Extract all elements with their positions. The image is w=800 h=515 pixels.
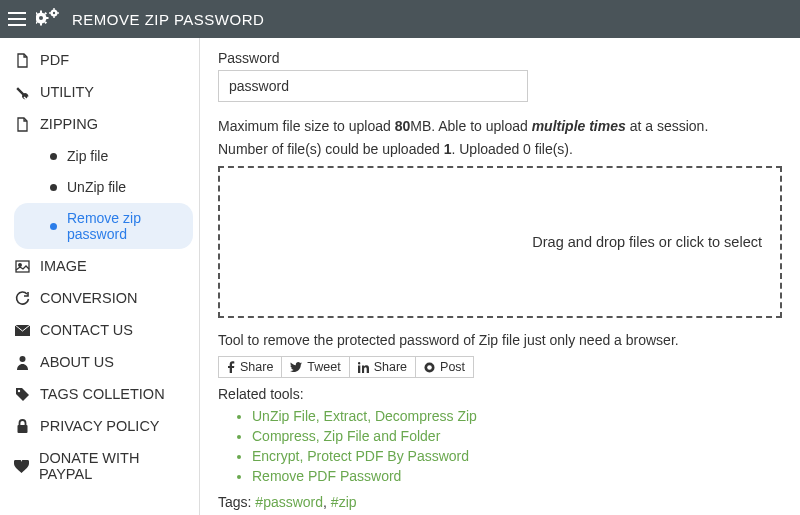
sidebar-item-label: CONVERSION (40, 290, 138, 306)
tag-link[interactable]: #password (255, 494, 323, 510)
user-icon (14, 355, 30, 370)
sidebar-subitems-zipping: Zip file UnZip file Remove zip password (0, 141, 199, 249)
linkedin-icon (358, 362, 369, 373)
svg-rect-4 (36, 17, 37, 19)
image-icon (14, 260, 30, 273)
svg-rect-21 (17, 425, 27, 433)
sidebar-subitem-zip-file[interactable]: Zip file (14, 141, 193, 171)
related-tools-list: UnZip File, Extract, Decompress Zip Comp… (218, 406, 782, 486)
bullet-icon (50, 184, 57, 191)
sidebar-item-privacy-policy[interactable]: PRIVACY POLICY (0, 410, 199, 442)
twitter-icon (290, 362, 302, 372)
circle-icon (424, 362, 435, 373)
svg-rect-2 (40, 11, 42, 14)
bullet-icon (50, 153, 57, 160)
sidebar-item-label: PRIVACY POLICY (40, 418, 160, 434)
sidebar: PDF UTILITY ZIPPING Zip file UnZip file (0, 38, 200, 515)
linkedin-share-button[interactable]: Share (350, 356, 416, 378)
sidebar-item-label: IMAGE (40, 258, 87, 274)
sidebar-item-label: PDF (40, 52, 69, 68)
tool-description: Tool to remove the protected password of… (218, 332, 782, 348)
sidebar-subitem-label: UnZip file (67, 179, 126, 195)
upload-count-info: Number of file(s) could be uploaded 1. U… (218, 139, 782, 160)
svg-point-23 (358, 362, 360, 364)
svg-point-11 (53, 12, 55, 14)
sidebar-item-tags-colletion[interactable]: TAGS COLLETION (0, 378, 199, 410)
svg-point-20 (17, 389, 19, 391)
heart-icon (14, 460, 29, 473)
sidebar-item-label: TAGS COLLETION (40, 386, 165, 402)
sidebar-item-utility[interactable]: UTILITY (0, 76, 199, 108)
sidebar-item-label: DONATE WITH PAYPAL (39, 450, 185, 482)
upload-max-info: Maximum file size to upload 80MB. Able t… (218, 116, 782, 137)
file-dropzone[interactable]: Drag and drop files or click to select (218, 166, 782, 318)
sidebar-item-pdf[interactable]: PDF (0, 44, 199, 76)
sidebar-item-donate[interactable]: DONATE WITH PAYPAL (0, 442, 199, 490)
share-buttons: Share Tweet Share Post (218, 356, 782, 378)
file-icon (14, 117, 30, 132)
svg-point-1 (39, 16, 43, 20)
svg-point-25 (427, 365, 432, 370)
svg-rect-14 (49, 12, 51, 13)
sidebar-item-zipping[interactable]: ZIPPING (0, 108, 199, 140)
mail-icon (14, 325, 30, 336)
sidebar-item-label: UTILITY (40, 84, 94, 100)
tag-icon (14, 387, 30, 402)
page-title: REMOVE ZIP PASSWORD (72, 11, 264, 28)
sidebar-item-image[interactable]: IMAGE (0, 250, 199, 282)
related-tool-link[interactable]: Compress, Zip File and Folder (252, 426, 782, 446)
svg-point-17 (18, 263, 21, 266)
related-tool-link[interactable]: UnZip File, Extract, Decompress Zip (252, 406, 782, 426)
svg-rect-12 (53, 8, 54, 10)
sidebar-subitem-label: Remove zip password (67, 210, 179, 242)
sidebar-subitem-unzip-file[interactable]: UnZip file (14, 172, 193, 202)
gears-icon (36, 8, 62, 30)
related-tools-title: Related tools: (218, 386, 782, 402)
post-button[interactable]: Post (416, 356, 474, 378)
tags-label: Tags: (218, 494, 255, 510)
sidebar-item-label: ZIPPING (40, 116, 98, 132)
password-input[interactable] (218, 70, 528, 102)
main-content: Password Maximum file size to upload 80M… (200, 38, 800, 515)
facebook-icon (227, 361, 235, 373)
sidebar-item-contact-us[interactable]: CONTACT US (0, 314, 199, 346)
related-tool-link[interactable]: Encrypt, Protect PDF By Password (252, 446, 782, 466)
lock-icon (14, 419, 30, 434)
related-tool-link[interactable]: Remove PDF Password (252, 466, 782, 486)
svg-rect-5 (46, 17, 49, 19)
menu-toggle-icon[interactable] (8, 12, 26, 26)
sidebar-item-label: CONTACT US (40, 322, 133, 338)
refresh-icon (14, 291, 30, 306)
svg-rect-3 (40, 23, 42, 26)
svg-rect-15 (57, 12, 59, 13)
svg-rect-22 (358, 365, 360, 373)
facebook-share-button[interactable]: Share (218, 356, 282, 378)
file-icon (14, 53, 30, 68)
sidebar-subitem-remove-zip-password[interactable]: Remove zip password (14, 203, 193, 249)
tags-line: Tags: #password, #zip (218, 494, 782, 510)
wrench-icon (14, 85, 30, 100)
svg-rect-13 (53, 16, 54, 18)
svg-point-19 (19, 356, 25, 362)
sidebar-subitem-label: Zip file (67, 148, 108, 164)
dropzone-text: Drag and drop files or click to select (532, 234, 762, 250)
sidebar-item-about-us[interactable]: ABOUT US (0, 346, 199, 378)
app-header: REMOVE ZIP PASSWORD (0, 0, 800, 38)
tag-link[interactable]: #zip (331, 494, 357, 510)
twitter-tweet-button[interactable]: Tweet (282, 356, 349, 378)
sidebar-item-conversion[interactable]: CONVERSION (0, 282, 199, 314)
bullet-icon (50, 223, 57, 230)
sidebar-item-label: ABOUT US (40, 354, 114, 370)
password-label: Password (218, 50, 782, 66)
